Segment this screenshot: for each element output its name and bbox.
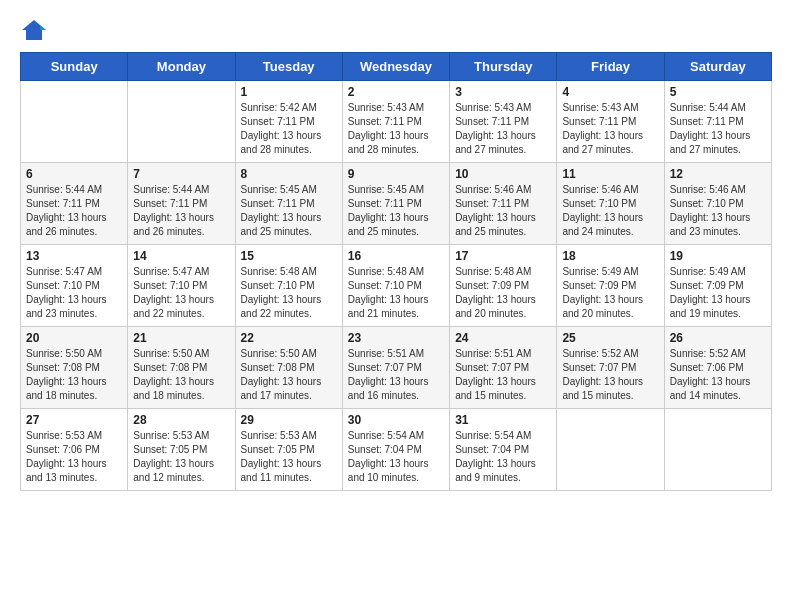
calendar-cell: 17Sunrise: 5:48 AM Sunset: 7:09 PM Dayli… xyxy=(450,245,557,327)
day-number: 24 xyxy=(455,331,551,345)
weekday-header: Monday xyxy=(128,53,235,81)
day-detail: Sunrise: 5:53 AM Sunset: 7:05 PM Dayligh… xyxy=(241,429,337,485)
calendar-cell: 4Sunrise: 5:43 AM Sunset: 7:11 PM Daylig… xyxy=(557,81,664,163)
day-detail: Sunrise: 5:54 AM Sunset: 7:04 PM Dayligh… xyxy=(348,429,444,485)
calendar-cell: 12Sunrise: 5:46 AM Sunset: 7:10 PM Dayli… xyxy=(664,163,771,245)
day-number: 7 xyxy=(133,167,229,181)
calendar-week-row: 20Sunrise: 5:50 AM Sunset: 7:08 PM Dayli… xyxy=(21,327,772,409)
day-number: 26 xyxy=(670,331,766,345)
calendar-cell: 26Sunrise: 5:52 AM Sunset: 7:06 PM Dayli… xyxy=(664,327,771,409)
day-number: 14 xyxy=(133,249,229,263)
calendar-cell: 6Sunrise: 5:44 AM Sunset: 7:11 PM Daylig… xyxy=(21,163,128,245)
day-number: 27 xyxy=(26,413,122,427)
calendar-cell: 27Sunrise: 5:53 AM Sunset: 7:06 PM Dayli… xyxy=(21,409,128,491)
day-detail: Sunrise: 5:44 AM Sunset: 7:11 PM Dayligh… xyxy=(26,183,122,239)
day-detail: Sunrise: 5:54 AM Sunset: 7:04 PM Dayligh… xyxy=(455,429,551,485)
day-number: 30 xyxy=(348,413,444,427)
calendar-cell: 3Sunrise: 5:43 AM Sunset: 7:11 PM Daylig… xyxy=(450,81,557,163)
calendar-cell: 8Sunrise: 5:45 AM Sunset: 7:11 PM Daylig… xyxy=(235,163,342,245)
day-detail: Sunrise: 5:42 AM Sunset: 7:11 PM Dayligh… xyxy=(241,101,337,157)
calendar-cell: 5Sunrise: 5:44 AM Sunset: 7:11 PM Daylig… xyxy=(664,81,771,163)
calendar-cell: 29Sunrise: 5:53 AM Sunset: 7:05 PM Dayli… xyxy=(235,409,342,491)
day-number: 29 xyxy=(241,413,337,427)
weekday-header: Wednesday xyxy=(342,53,449,81)
day-detail: Sunrise: 5:52 AM Sunset: 7:06 PM Dayligh… xyxy=(670,347,766,403)
day-number: 22 xyxy=(241,331,337,345)
logo xyxy=(20,16,52,44)
calendar-cell: 19Sunrise: 5:49 AM Sunset: 7:09 PM Dayli… xyxy=(664,245,771,327)
day-detail: Sunrise: 5:51 AM Sunset: 7:07 PM Dayligh… xyxy=(455,347,551,403)
day-detail: Sunrise: 5:46 AM Sunset: 7:11 PM Dayligh… xyxy=(455,183,551,239)
calendar-cell xyxy=(557,409,664,491)
day-detail: Sunrise: 5:44 AM Sunset: 7:11 PM Dayligh… xyxy=(133,183,229,239)
logo-icon xyxy=(20,16,48,44)
calendar-cell: 20Sunrise: 5:50 AM Sunset: 7:08 PM Dayli… xyxy=(21,327,128,409)
header xyxy=(20,16,772,44)
calendar-cell xyxy=(664,409,771,491)
day-detail: Sunrise: 5:50 AM Sunset: 7:08 PM Dayligh… xyxy=(26,347,122,403)
day-number: 10 xyxy=(455,167,551,181)
calendar-cell: 18Sunrise: 5:49 AM Sunset: 7:09 PM Dayli… xyxy=(557,245,664,327)
day-detail: Sunrise: 5:53 AM Sunset: 7:05 PM Dayligh… xyxy=(133,429,229,485)
calendar-cell: 24Sunrise: 5:51 AM Sunset: 7:07 PM Dayli… xyxy=(450,327,557,409)
day-number: 13 xyxy=(26,249,122,263)
day-number: 9 xyxy=(348,167,444,181)
calendar-cell: 31Sunrise: 5:54 AM Sunset: 7:04 PM Dayli… xyxy=(450,409,557,491)
page: SundayMondayTuesdayWednesdayThursdayFrid… xyxy=(0,0,792,612)
day-number: 5 xyxy=(670,85,766,99)
calendar-week-row: 27Sunrise: 5:53 AM Sunset: 7:06 PM Dayli… xyxy=(21,409,772,491)
day-number: 31 xyxy=(455,413,551,427)
day-number: 18 xyxy=(562,249,658,263)
calendar-cell: 15Sunrise: 5:48 AM Sunset: 7:10 PM Dayli… xyxy=(235,245,342,327)
day-detail: Sunrise: 5:51 AM Sunset: 7:07 PM Dayligh… xyxy=(348,347,444,403)
day-detail: Sunrise: 5:48 AM Sunset: 7:10 PM Dayligh… xyxy=(241,265,337,321)
day-number: 8 xyxy=(241,167,337,181)
day-number: 25 xyxy=(562,331,658,345)
calendar-cell: 9Sunrise: 5:45 AM Sunset: 7:11 PM Daylig… xyxy=(342,163,449,245)
day-number: 3 xyxy=(455,85,551,99)
day-detail: Sunrise: 5:46 AM Sunset: 7:10 PM Dayligh… xyxy=(670,183,766,239)
calendar-cell: 1Sunrise: 5:42 AM Sunset: 7:11 PM Daylig… xyxy=(235,81,342,163)
day-number: 17 xyxy=(455,249,551,263)
calendar-week-row: 1Sunrise: 5:42 AM Sunset: 7:11 PM Daylig… xyxy=(21,81,772,163)
day-number: 20 xyxy=(26,331,122,345)
weekday-header: Sunday xyxy=(21,53,128,81)
calendar-week-row: 13Sunrise: 5:47 AM Sunset: 7:10 PM Dayli… xyxy=(21,245,772,327)
calendar-table: SundayMondayTuesdayWednesdayThursdayFrid… xyxy=(20,52,772,491)
day-number: 1 xyxy=(241,85,337,99)
calendar-cell: 21Sunrise: 5:50 AM Sunset: 7:08 PM Dayli… xyxy=(128,327,235,409)
calendar-cell: 28Sunrise: 5:53 AM Sunset: 7:05 PM Dayli… xyxy=(128,409,235,491)
day-detail: Sunrise: 5:50 AM Sunset: 7:08 PM Dayligh… xyxy=(133,347,229,403)
day-number: 4 xyxy=(562,85,658,99)
day-detail: Sunrise: 5:47 AM Sunset: 7:10 PM Dayligh… xyxy=(26,265,122,321)
day-detail: Sunrise: 5:48 AM Sunset: 7:09 PM Dayligh… xyxy=(455,265,551,321)
weekday-header: Saturday xyxy=(664,53,771,81)
day-detail: Sunrise: 5:52 AM Sunset: 7:07 PM Dayligh… xyxy=(562,347,658,403)
day-number: 28 xyxy=(133,413,229,427)
day-detail: Sunrise: 5:43 AM Sunset: 7:11 PM Dayligh… xyxy=(455,101,551,157)
day-number: 11 xyxy=(562,167,658,181)
calendar-cell: 23Sunrise: 5:51 AM Sunset: 7:07 PM Dayli… xyxy=(342,327,449,409)
calendar-cell: 25Sunrise: 5:52 AM Sunset: 7:07 PM Dayli… xyxy=(557,327,664,409)
calendar-cell xyxy=(128,81,235,163)
day-detail: Sunrise: 5:53 AM Sunset: 7:06 PM Dayligh… xyxy=(26,429,122,485)
day-number: 12 xyxy=(670,167,766,181)
day-detail: Sunrise: 5:44 AM Sunset: 7:11 PM Dayligh… xyxy=(670,101,766,157)
calendar-cell: 11Sunrise: 5:46 AM Sunset: 7:10 PM Dayli… xyxy=(557,163,664,245)
day-detail: Sunrise: 5:45 AM Sunset: 7:11 PM Dayligh… xyxy=(348,183,444,239)
calendar-cell: 22Sunrise: 5:50 AM Sunset: 7:08 PM Dayli… xyxy=(235,327,342,409)
calendar-cell: 7Sunrise: 5:44 AM Sunset: 7:11 PM Daylig… xyxy=(128,163,235,245)
calendar-cell xyxy=(21,81,128,163)
calendar-cell: 14Sunrise: 5:47 AM Sunset: 7:10 PM Dayli… xyxy=(128,245,235,327)
day-detail: Sunrise: 5:46 AM Sunset: 7:10 PM Dayligh… xyxy=(562,183,658,239)
calendar-week-row: 6Sunrise: 5:44 AM Sunset: 7:11 PM Daylig… xyxy=(21,163,772,245)
day-number: 23 xyxy=(348,331,444,345)
day-number: 15 xyxy=(241,249,337,263)
calendar-header-row: SundayMondayTuesdayWednesdayThursdayFrid… xyxy=(21,53,772,81)
calendar-cell: 16Sunrise: 5:48 AM Sunset: 7:10 PM Dayli… xyxy=(342,245,449,327)
calendar-cell: 10Sunrise: 5:46 AM Sunset: 7:11 PM Dayli… xyxy=(450,163,557,245)
calendar-cell: 30Sunrise: 5:54 AM Sunset: 7:04 PM Dayli… xyxy=(342,409,449,491)
day-detail: Sunrise: 5:49 AM Sunset: 7:09 PM Dayligh… xyxy=(670,265,766,321)
day-detail: Sunrise: 5:48 AM Sunset: 7:10 PM Dayligh… xyxy=(348,265,444,321)
day-detail: Sunrise: 5:45 AM Sunset: 7:11 PM Dayligh… xyxy=(241,183,337,239)
